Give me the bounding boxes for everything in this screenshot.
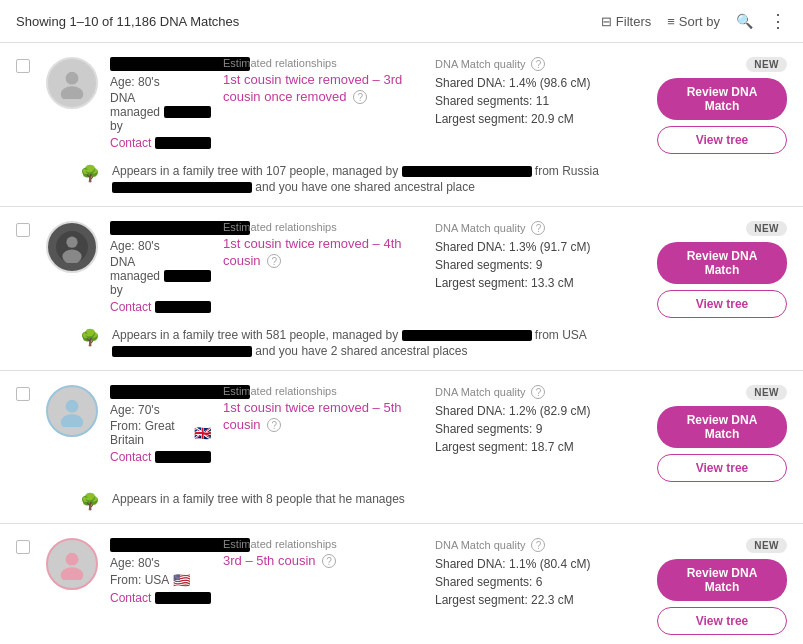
tree-icon: 🌳 <box>80 492 100 511</box>
more-button[interactable] <box>769 10 787 32</box>
new-badge: NEW <box>746 538 787 553</box>
quality-help-icon[interactable]: ? <box>531 57 545 71</box>
rel-help-icon[interactable]: ? <box>353 90 367 104</box>
quality-column: DNA Match quality ? Shared DNA: 1.4% (98… <box>435 57 635 128</box>
search-button[interactable] <box>736 13 753 29</box>
rel-column: Estimated relationships 1st cousin twice… <box>223 221 423 270</box>
est-rel-label: Estimated relationships <box>223 385 423 397</box>
shared-dna: Shared DNA: 1.1% (80.4 cM) <box>435 555 635 573</box>
match-age: Age: 70's <box>110 403 211 417</box>
view-tree-button[interactable]: View tree <box>657 126 787 154</box>
contact-row[interactable]: Contact <box>110 136 211 150</box>
checkbox[interactable] <box>16 59 34 76</box>
est-rel-label: Estimated relationships <box>223 538 423 550</box>
new-badge: NEW <box>746 385 787 400</box>
rel-column: Estimated relationships 1st cousin twice… <box>223 385 423 434</box>
svg-point-6 <box>61 414 83 427</box>
est-rel-value: 3rd – 5th cousin ? <box>223 553 423 570</box>
svg-point-0 <box>66 72 79 85</box>
contact-name-redacted <box>155 301 211 313</box>
largest-segment: Largest segment: 22.3 cM <box>435 591 635 609</box>
sort-button[interactable]: Sort by <box>667 14 720 29</box>
quality-column: DNA Match quality ? Shared DNA: 1.2% (82… <box>435 385 635 456</box>
contact-row[interactable]: Contact <box>110 450 211 464</box>
svg-point-7 <box>66 553 79 566</box>
avatar <box>46 57 98 109</box>
filter-icon <box>601 14 612 29</box>
match-age: Age: 80's <box>110 239 211 253</box>
rel-help-icon[interactable]: ? <box>322 554 336 568</box>
view-tree-button[interactable]: View tree <box>657 454 787 482</box>
sort-icon <box>667 14 675 29</box>
managed-by: DNA managed by <box>110 91 211 133</box>
avatar <box>46 221 98 273</box>
quality-help-icon[interactable]: ? <box>531 385 545 399</box>
review-dna-match-button[interactable]: Review DNA Match <box>657 242 787 284</box>
search-icon <box>736 13 753 29</box>
svg-point-5 <box>66 400 79 413</box>
manager-name-redacted <box>164 106 211 118</box>
shared-place-text: and you have 2 shared ancestral places <box>112 344 587 358</box>
quality-label: DNA Match quality ? <box>435 538 635 552</box>
checkbox[interactable] <box>16 387 34 404</box>
flag-us-icon: 🇺🇸 <box>173 572 190 588</box>
shared-segments: Shared segments: 11 <box>435 92 635 110</box>
footer-manager-redacted <box>402 166 532 177</box>
tree-icon: 🌳 <box>80 164 100 183</box>
est-rel-value: 1st cousin twice removed – 5th cousin ? <box>223 400 423 434</box>
review-dna-match-button[interactable]: Review DNA Match <box>657 559 787 601</box>
footer-tree-text: Appears in a family tree with 8 people t… <box>112 492 405 506</box>
est-rel-value: 1st cousin twice removed – 3rd cousin on… <box>223 72 423 106</box>
top-bar: Showing 1–10 of 11,186 DNA Matches Filte… <box>0 0 803 43</box>
match-footer: 🌳 Appears in a family tree with 8 people… <box>16 482 787 523</box>
shared-place-redacted <box>112 182 252 193</box>
shared-place-redacted <box>112 346 252 357</box>
actions-column: NEW Review DNA Match View tree <box>647 385 787 482</box>
rel-column: Estimated relationships 3rd – 5th cousin… <box>223 538 423 570</box>
view-tree-button[interactable]: View tree <box>657 607 787 635</box>
quality-label: DNA Match quality ? <box>435 221 635 235</box>
match-footer: 🌳 Appears in a family tree with 40 peopl… <box>16 635 787 644</box>
checkbox[interactable] <box>16 540 34 557</box>
footer-tree-text: Appears in a family tree with 107 people… <box>112 164 599 178</box>
largest-segment: Largest segment: 13.3 cM <box>435 274 635 292</box>
match-list: Age: 80's DNA managed by Contact Estimat… <box>0 43 803 644</box>
actions-column: NEW Review DNA Match View tree <box>647 57 787 154</box>
svg-point-3 <box>66 237 77 248</box>
quality-help-icon[interactable]: ? <box>531 538 545 552</box>
actions-column: NEW Review DNA Match View tree <box>647 538 787 635</box>
match-card: Age: 80's DNA managed by Contact Estimat… <box>0 43 803 207</box>
shared-dna: Shared DNA: 1.2% (82.9 cM) <box>435 402 635 420</box>
quality-label: DNA Match quality ? <box>435 385 635 399</box>
avatar <box>46 538 98 590</box>
avatar <box>46 385 98 437</box>
match-info-4: Age: 80's From: USA 🇺🇸 Contact <box>110 538 211 605</box>
match-info-3: Age: 70's From: Great Britain 🇬🇧 Contact <box>110 385 211 464</box>
manager-name-redacted <box>164 270 211 282</box>
est-rel-value: 1st cousin twice removed – 4th cousin ? <box>223 236 423 270</box>
new-badge: NEW <box>746 221 787 236</box>
from-row: From: USA 🇺🇸 <box>110 572 211 588</box>
contact-row[interactable]: Contact <box>110 591 211 605</box>
checkbox[interactable] <box>16 223 34 240</box>
review-dna-match-button[interactable]: Review DNA Match <box>657 78 787 120</box>
largest-segment: Largest segment: 20.9 cM <box>435 110 635 128</box>
from-row: From: Great Britain 🇬🇧 <box>110 419 211 447</box>
match-info-1: Age: 80's DNA managed by Contact <box>110 57 211 150</box>
flag-gb-icon: 🇬🇧 <box>194 425 211 441</box>
quality-label: DNA Match quality ? <box>435 57 635 71</box>
actions-column: NEW Review DNA Match View tree <box>647 221 787 318</box>
shared-place-text: and you have one shared ancestral place <box>112 180 599 194</box>
filters-button[interactable]: Filters <box>601 14 651 29</box>
rel-column: Estimated relationships 1st cousin twice… <box>223 57 423 106</box>
review-dna-match-button[interactable]: Review DNA Match <box>657 406 787 448</box>
match-card: Age: 80's From: USA 🇺🇸 Contact Estimated… <box>0 524 803 644</box>
quality-help-icon[interactable]: ? <box>531 221 545 235</box>
contact-row[interactable]: Contact <box>110 300 211 314</box>
view-tree-button[interactable]: View tree <box>657 290 787 318</box>
rel-help-icon[interactable]: ? <box>267 418 281 432</box>
est-rel-label: Estimated relationships <box>223 57 423 69</box>
rel-help-icon[interactable]: ? <box>267 254 281 268</box>
shared-segments: Shared segments: 6 <box>435 573 635 591</box>
footer-manager-redacted <box>402 330 532 341</box>
